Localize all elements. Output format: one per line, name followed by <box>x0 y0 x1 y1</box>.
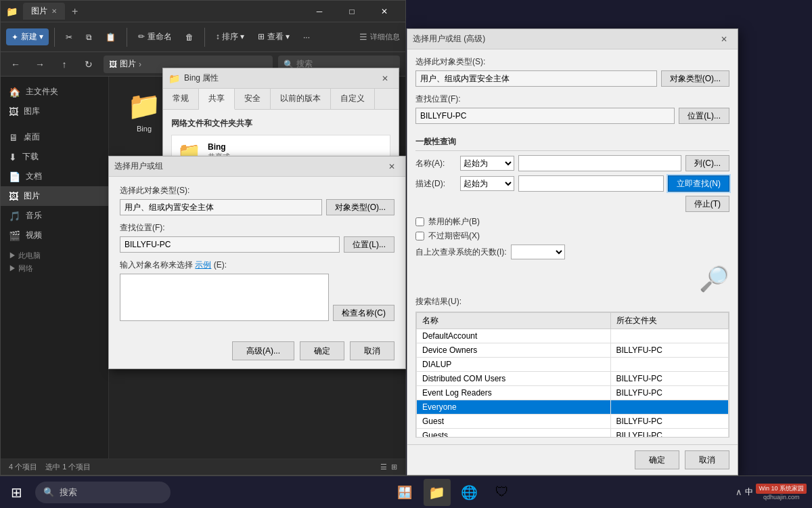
list-btn[interactable]: 列(C)... <box>685 155 729 171</box>
new-tab-btn[interactable]: + <box>72 5 78 18</box>
check-names-btn[interactable]: 检查名称(C) <box>333 305 394 321</box>
advanced-dialog-footer: 确定 取消 <box>407 444 738 475</box>
desc-condition-select[interactable]: 起始为 <box>460 176 514 191</box>
advanced-btn[interactable]: 高级(A)... <box>232 341 294 360</box>
sidebar-item-music[interactable]: 🎵 音乐 <box>1 206 108 226</box>
tab-previous[interactable]: 以前的版本 <box>271 89 331 109</box>
explorer-tab[interactable]: 图片 ✕ <box>23 3 65 20</box>
cut-button[interactable]: ✂ <box>60 30 78 45</box>
win10-badge: Win 10 系统家园 <box>756 484 807 494</box>
location-input[interactable] <box>120 236 340 253</box>
close-btn[interactable]: ✕ <box>369 1 400 22</box>
taskbar-windows-icon[interactable]: 🪟 <box>391 479 418 506</box>
result-folder: BILLYFU-PC <box>610 386 728 400</box>
location-btn[interactable]: 位置(L)... <box>344 236 394 253</box>
name-value-input[interactable] <box>518 155 681 171</box>
result-name: DefaultAccount <box>417 329 611 343</box>
adv-location-input[interactable] <box>415 108 675 124</box>
paste-button[interactable]: 📋 <box>100 30 121 45</box>
adv-location-btn[interactable]: 位置(L)... <box>679 108 729 124</box>
result-name: Guests <box>417 429 611 438</box>
desc-value-input[interactable] <box>518 175 664 192</box>
tab-security[interactable]: 安全 <box>235 89 271 109</box>
select-user-simple-dialog: 选择用户或组 ✕ 选择此对象类型(S): 对象类型(O)... 查找位置(F):… <box>108 156 406 369</box>
tab-share[interactable]: 共享 <box>199 89 235 110</box>
taskbar-chevron-icon[interactable]: ∧ <box>736 487 742 497</box>
sidebar-item-home[interactable]: 🏠 主文件夹 <box>1 82 108 102</box>
forward-btn[interactable]: → <box>30 55 49 74</box>
explorer-toolbar: ✦ ✦ 新建 新建 ▾ ✂ ⧉ 📋 ✏ 重命名 🗑 ↕ 排序 ▾ ⊞ 查看 ▾ … <box>1 22 405 52</box>
result-name: Device Owners <box>417 343 611 358</box>
search-results-container[interactable]: 名称 所在文件夹 DefaultAccountDevice OwnersBILL… <box>415 312 729 438</box>
start-button[interactable]: ⊞ <box>0 476 32 509</box>
tab-close-btn[interactable]: ✕ <box>51 7 57 15</box>
adv-ok-btn[interactable]: 确定 <box>635 450 679 469</box>
table-row[interactable]: GuestBILLYFU-PC <box>417 415 729 429</box>
table-row[interactable]: GuestsBILLYFU-PC <box>417 429 729 438</box>
sidebar-item-pictures[interactable]: 🖼 图片 <box>1 186 108 206</box>
sidebar-item-downloads[interactable]: ⬇ 下载 <box>1 147 108 167</box>
stop-btn[interactable]: 停止(T) <box>685 196 729 212</box>
days-select[interactable] <box>511 245 565 259</box>
simple-ok-btn[interactable]: 确定 <box>300 341 344 360</box>
taskbar-edge-icon[interactable]: 🌐 <box>456 479 483 506</box>
select-user-advanced-dialog: 选择用户或组 (高级) ✕ 选择此对象类型(S): 对象类型(O)... 查找位… <box>407 28 738 475</box>
select-user-advanced-close[interactable]: ✕ <box>716 31 732 47</box>
tab-custom[interactable]: 自定义 <box>331 89 375 109</box>
table-row[interactable]: DefaultAccount <box>417 329 729 343</box>
delete-button[interactable]: 🗑 <box>180 30 199 45</box>
sidebar-item-documents[interactable]: 📄 文档 <box>1 167 108 186</box>
rename-button[interactable]: ✏ 重命名 <box>133 28 177 45</box>
adv-object-type-label: 选择此对象类型(S): <box>415 56 729 68</box>
maximize-btn[interactable]: □ <box>336 1 367 22</box>
search-now-btn[interactable]: 立即查找(N) <box>668 175 729 192</box>
sidebar-item-desktop[interactable]: 🖥 桌面 <box>1 127 108 147</box>
name-condition-select[interactable]: 起始为 <box>460 156 514 171</box>
no-expire-row: 不过期密码(X) <box>415 230 729 242</box>
adv-cancel-btn[interactable]: 取消 <box>685 450 729 469</box>
up-btn[interactable]: ↑ <box>55 55 74 74</box>
no-expire-checkbox[interactable] <box>415 232 424 240</box>
simple-cancel-btn[interactable]: 取消 <box>350 341 394 360</box>
select-user-simple-close[interactable]: ✕ <box>384 158 400 175</box>
enter-object-row: 输入对象名称来选择 示例 (E): 检查名称(C) <box>120 259 394 321</box>
refresh-btn[interactable]: ↻ <box>79 55 98 74</box>
more-button[interactable]: ··· <box>298 30 315 45</box>
result-folder: BILLYFU-PC <box>610 415 728 429</box>
sidebar-item-videos[interactable]: 🎬 视频 <box>1 226 108 245</box>
view-button[interactable]: ⊞ 查看 ▾ <box>252 28 295 45</box>
taskbar-store-icon[interactable]: 🛡 <box>489 479 516 506</box>
example-link[interactable]: 示例 <box>195 260 211 270</box>
details-label: 详细信息 <box>370 32 400 42</box>
disabled-accounts-checkbox[interactable] <box>415 217 424 226</box>
details-icon: ☰ <box>359 32 367 42</box>
table-row[interactable]: Everyone <box>417 400 729 415</box>
enter-object-label: 输入对象名称来选择 示例 (E): <box>120 259 394 271</box>
object-type-input[interactable] <box>120 199 322 215</box>
sidebar-item-gallery[interactable]: 🖼 图库 <box>1 102 108 121</box>
copy-button[interactable]: ⧉ <box>81 30 97 45</box>
taskbar-center: 🪟 📁 🌐 🛡 <box>171 479 736 506</box>
minimize-btn[interactable]: ─ <box>304 1 335 22</box>
bing-props-close[interactable]: ✕ <box>377 70 393 87</box>
tab-general[interactable]: 常规 <box>163 89 199 109</box>
enter-object-textarea[interactable] <box>120 274 329 321</box>
table-row[interactable]: Device OwnersBILLYFU-PC <box>417 343 729 358</box>
adv-object-type-input[interactable] <box>415 70 657 87</box>
table-row[interactable]: DIALUP <box>417 358 729 372</box>
sort-button[interactable]: ↕ 排序 ▾ <box>210 28 250 45</box>
table-row[interactable]: Event Log ReadersBILLYFU-PC <box>417 386 729 400</box>
back-btn[interactable]: ← <box>6 55 25 74</box>
adv-object-type-btn[interactable]: 对象类型(O)... <box>661 70 729 87</box>
advanced-dialog-body: 选择此对象类型(S): 对象类型(O)... 查找位置(F): 位置(L)...… <box>407 49 738 444</box>
list-view-icon[interactable]: ☰ <box>380 463 387 471</box>
object-type-btn[interactable]: 对象类型(O)... <box>326 199 394 215</box>
tab-label: 图片 <box>31 5 47 17</box>
grid-view-icon[interactable]: ⊞ <box>391 463 397 471</box>
table-row[interactable]: Distributed COM UsersBILLYFU-PC <box>417 372 729 386</box>
docs-icon: 📄 <box>9 171 20 182</box>
new-button[interactable]: ✦ ✦ 新建 新建 ▾ <box>6 28 49 45</box>
taskbar-folder-icon[interactable]: 📁 <box>424 479 451 506</box>
folder-icon: 📁 <box>127 90 161 122</box>
taskbar-search[interactable]: 🔍 搜索 <box>35 482 171 503</box>
